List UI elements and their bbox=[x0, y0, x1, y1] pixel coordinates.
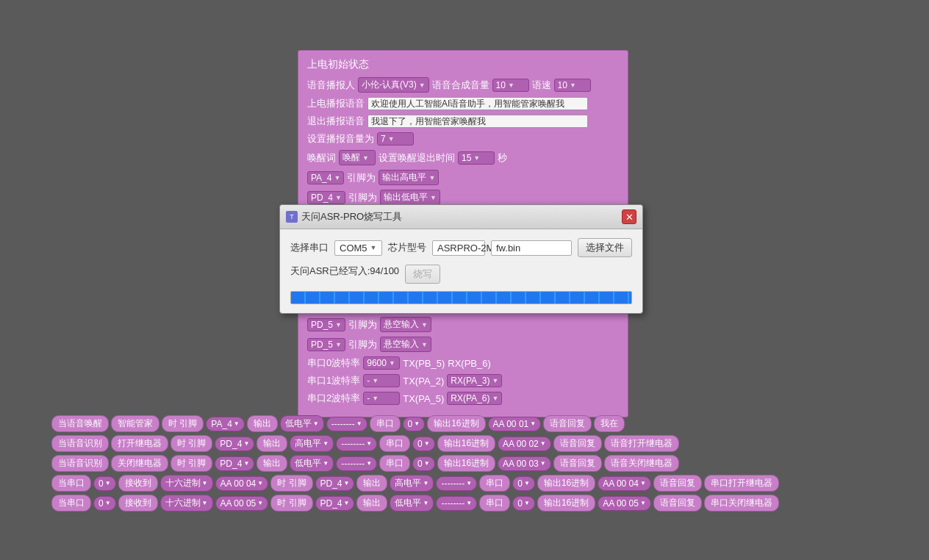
serial-1-tx-label: TX(PA_2) bbox=[403, 376, 444, 387]
br5-pin-dropdown[interactable]: PD_4 bbox=[315, 496, 355, 511]
serial-0-tx-label: TX(PB_5) bbox=[403, 358, 445, 369]
br2-hex-dropdown[interactable]: AA 00 02 bbox=[498, 437, 551, 451]
br3-level-dropdown[interactable]: 低电平 bbox=[290, 455, 334, 472]
br1-hex-dropdown[interactable]: AA 00 01 bbox=[488, 417, 542, 431]
pd5-1-pin-dropdown[interactable]: PD_5 bbox=[307, 318, 345, 331]
br2-serial-dropdown[interactable]: 0 bbox=[412, 437, 435, 451]
br2-sep-dropdown[interactable]: -------- bbox=[336, 437, 377, 451]
br2-label2: 时 引脚 bbox=[171, 435, 212, 452]
dialog-titlebar: T 天问ASR-PRO烧写工具 ✕ bbox=[280, 205, 642, 229]
bottom-section: PD_5 引脚为 悬空输入 PD_5 引脚为 悬空输入 串口0波特率 9600 … bbox=[298, 309, 628, 417]
br1-reply-value: 我在 bbox=[594, 415, 625, 432]
wakeword-dropdown[interactable]: 唤醒 bbox=[339, 150, 376, 165]
br4-reply-label: 语音回复 bbox=[653, 475, 702, 492]
serial-1-rx-dropdown[interactable]: RX(PA_3) bbox=[447, 374, 502, 387]
dialog-icon: T bbox=[286, 211, 298, 223]
port-label: 选择串口 bbox=[290, 241, 329, 254]
pd5-2-mode-dropdown[interactable]: 悬空输入 bbox=[380, 337, 431, 352]
serial-0-row: 串口0波特率 9600 TX(PB_5) RX(PB_6) bbox=[307, 356, 619, 370]
file-input[interactable] bbox=[491, 240, 572, 256]
bottom-row-5: 当串口 0 接收到 十六进制 AA 00 05 时 引脚 PD_4 输出 低电平… bbox=[51, 495, 892, 511]
pd5-row-1: PD_5 引脚为 悬空输入 bbox=[307, 317, 619, 332]
dialog-close-button[interactable]: ✕ bbox=[622, 209, 636, 224]
pd5-2-label: 引脚为 bbox=[348, 338, 377, 351]
panel-row-voice-person: 语音播报人 小伦-认真(V3) 语音合成音量 10 语速 10 bbox=[307, 77, 619, 93]
br3-sep-dropdown[interactable]: -------- bbox=[336, 456, 377, 471]
bottom-row-4: 当串口 0 接收到 十六进制 AA 00 04 时 引脚 PD_4 输出 高电平… bbox=[51, 475, 892, 492]
br2-level-dropdown[interactable]: 高电平 bbox=[290, 435, 334, 452]
serial-1-baud-dropdown[interactable]: - bbox=[363, 374, 400, 387]
exit-voice-input[interactable] bbox=[367, 115, 588, 128]
br4-pin-dropdown[interactable]: PD_4 bbox=[315, 476, 355, 491]
voice-speed-dropdown[interactable]: 10 bbox=[554, 79, 591, 92]
bottom-panel: 当语音唤醒 智能管家 时 引脚 PA_4 输出 低电平 -------- 串口 … bbox=[51, 415, 892, 511]
select-file-button[interactable]: 选择文件 bbox=[578, 238, 632, 257]
voice-person-dropdown[interactable]: 小伦-认真(V3) bbox=[358, 77, 429, 93]
pd4-pin-label: 引脚为 bbox=[348, 191, 377, 204]
pd5-2-pin-dropdown[interactable]: PD_5 bbox=[307, 338, 345, 351]
br1-level-dropdown[interactable]: 低电平 bbox=[280, 415, 324, 432]
br3-reply-value: 语音关闭继电器 bbox=[604, 455, 679, 472]
panel-row-startup-voice: 上电播报语音 bbox=[307, 97, 619, 110]
br4-serial-dropdown[interactable]: 0 bbox=[93, 476, 116, 491]
pd4-mode-dropdown[interactable]: 输出低电平 bbox=[380, 190, 440, 205]
br1-sep-dropdown[interactable]: -------- bbox=[326, 417, 367, 431]
br5-level-dropdown[interactable]: 低电平 bbox=[390, 495, 434, 511]
status-text: 天问ASR已经写入:94/100 bbox=[290, 265, 399, 278]
br4-hex-in-dropdown[interactable]: AA 00 04 bbox=[215, 476, 269, 491]
serial-2-label: 串口2波特率 bbox=[307, 392, 360, 405]
br5-hex-in-dropdown[interactable]: AA 00 05 bbox=[215, 496, 269, 511]
pa4-pin-dropdown[interactable]: PA_4 bbox=[307, 171, 344, 184]
serial-2-baud-dropdown[interactable]: - bbox=[363, 392, 400, 405]
pa4-mode-dropdown[interactable]: 输出高电平 bbox=[379, 170, 439, 185]
br1-pin-dropdown[interactable]: PA_4 bbox=[206, 417, 244, 431]
serial-0-baud-dropdown[interactable]: 9600 bbox=[363, 356, 400, 370]
br2-reply-value: 语音打开继电器 bbox=[604, 435, 679, 452]
br4-level-dropdown[interactable]: 高电平 bbox=[390, 475, 434, 492]
br3-serial-dropdown[interactable]: 0 bbox=[412, 456, 435, 471]
br5-mode-dropdown[interactable]: 十六进制 bbox=[160, 495, 213, 511]
voice-person-label: 语音播报人 bbox=[307, 79, 355, 92]
br4-sep-dropdown[interactable]: -------- bbox=[436, 476, 477, 491]
panel-row-pa4: PA_4 引脚为 输出高电平 bbox=[307, 170, 619, 185]
wakeword-timeout-dropdown[interactable]: 15 bbox=[458, 151, 495, 165]
wakeword-sec-label: 秒 bbox=[498, 151, 507, 165]
br3-word: 关闭继电器 bbox=[111, 455, 168, 472]
pd5-1-label: 引脚为 bbox=[348, 318, 377, 331]
br2-pin-dropdown[interactable]: PD_4 bbox=[215, 437, 254, 451]
pd4-pin-dropdown[interactable]: PD_4 bbox=[307, 191, 345, 204]
voice-volume-dropdown[interactable]: 10 bbox=[492, 79, 529, 92]
br5-serial-dropdown[interactable]: 0 bbox=[93, 496, 116, 511]
dialog-body: 选择串口 COM5 芯片型号 ASRPRO-2M 选择文件 天问ASR已经写入:… bbox=[280, 229, 642, 313]
serial-1-label: 串口1波特率 bbox=[307, 374, 360, 387]
br4-serial-out-label: 串口 bbox=[479, 475, 510, 492]
br3-pin-dropdown[interactable]: PD_4 bbox=[215, 456, 254, 471]
br3-label2: 时 引脚 bbox=[171, 455, 212, 472]
pd5-1-mode-dropdown[interactable]: 悬空输入 bbox=[380, 317, 431, 332]
br3-label1: 当语音识别 bbox=[51, 455, 109, 472]
br4-hex-out-dropdown[interactable]: AA 00 04 bbox=[598, 476, 651, 491]
port-dropdown[interactable]: COM5 bbox=[334, 240, 382, 256]
dialog-row-port: 选择串口 COM5 芯片型号 ASRPRO-2M 选择文件 bbox=[290, 238, 632, 257]
br3-serial-label: 串口 bbox=[379, 455, 410, 472]
chip-dropdown[interactable]: ASRPRO-2M bbox=[432, 240, 485, 256]
br4-mode-dropdown[interactable]: 十六进制 bbox=[160, 475, 213, 492]
serial-0-label: 串口0波特率 bbox=[307, 356, 360, 370]
serial-2-rx-dropdown[interactable]: RX(PA_6) bbox=[447, 392, 502, 405]
br2-word: 打开继电器 bbox=[111, 435, 168, 452]
startup-voice-input[interactable] bbox=[367, 97, 588, 110]
br1-serial-label: 串口 bbox=[370, 415, 401, 432]
voice-volume-label: 语音合成音量 bbox=[432, 79, 489, 92]
br5-sep-dropdown[interactable]: -------- bbox=[436, 496, 477, 511]
br5-reply-label: 语音回复 bbox=[653, 495, 702, 511]
br3-reply-label: 语音回复 bbox=[553, 455, 602, 472]
burn-button[interactable]: 烧写 bbox=[405, 265, 440, 284]
br1-label2: 时 引脚 bbox=[162, 415, 204, 432]
br5-serial-out-dropdown[interactable]: 0 bbox=[512, 496, 535, 511]
br4-serial-out-dropdown[interactable]: 0 bbox=[512, 476, 535, 491]
br3-hex-dropdown[interactable]: AA 00 03 bbox=[498, 456, 551, 471]
panel-title: 上电初始状态 bbox=[307, 58, 619, 71]
set-volume-dropdown[interactable]: 7 bbox=[377, 132, 414, 146]
br5-hex-out-dropdown[interactable]: AA 00 05 bbox=[598, 496, 651, 511]
br1-serial-dropdown[interactable]: 0 bbox=[403, 417, 426, 431]
